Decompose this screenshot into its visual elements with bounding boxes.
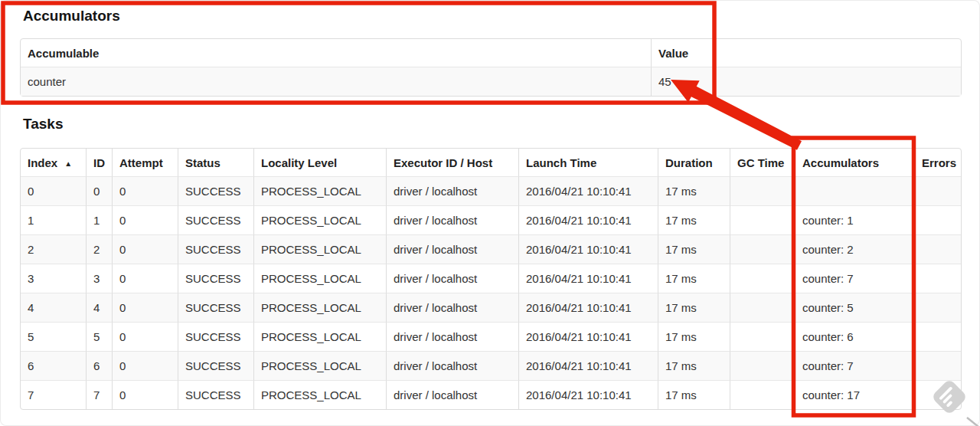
- table-cell: 2016/04/21 10:10:41: [518, 176, 658, 205]
- table-cell: 5: [86, 322, 112, 351]
- table-cell: 2016/04/21 10:10:41: [518, 264, 658, 293]
- table-cell: [914, 234, 961, 264]
- accumulators-section-title: Accumulators: [23, 8, 120, 25]
- table-cell: 7: [86, 380, 112, 409]
- table-cell: counter: 17: [795, 380, 914, 409]
- corner-artifact: [967, 418, 978, 426]
- task-column-header-locality-level[interactable]: Locality Level: [253, 149, 386, 176]
- task-row: 000SUCCESSPROCESS_LOCALdriver / localhos…: [21, 176, 961, 205]
- tasks-table-header-row: Index▲IDAttemptStatusLocality LevelExecu…: [21, 149, 961, 176]
- column-header-label: Attempt: [119, 156, 163, 169]
- table-cell: 2016/04/21 10:10:41: [518, 322, 658, 351]
- task-column-header-gc-time[interactable]: GC Time: [730, 149, 795, 176]
- spark-stage-page: { "colors": { "annotation_red": "#e8220c…: [0, 0, 980, 426]
- column-header-label: ID: [93, 156, 105, 169]
- table-cell: 2016/04/21 10:10:41: [518, 293, 658, 322]
- table-cell: counter: 7: [795, 351, 914, 380]
- table-cell: SUCCESS: [178, 293, 253, 322]
- table-cell: 2016/04/21 10:10:41: [518, 234, 658, 264]
- column-header-label: Accumulators: [802, 156, 879, 169]
- sort-ascending-icon: ▲: [64, 159, 72, 168]
- table-cell: 0: [112, 234, 178, 264]
- table-cell: counter: 2: [795, 234, 914, 264]
- table-cell: PROCESS_LOCAL: [253, 205, 386, 234]
- accumulable-row: counter45: [21, 67, 961, 96]
- table-cell: [914, 380, 961, 409]
- task-column-header-index[interactable]: Index▲: [21, 149, 86, 176]
- column-header-label: Status: [185, 156, 220, 169]
- table-cell: 3: [86, 264, 112, 293]
- table-cell: driver / localhost: [386, 205, 518, 234]
- table-cell: 4: [21, 293, 86, 322]
- column-header-label: GC Time: [737, 156, 784, 169]
- accumulators-table-header-row: AccumulableValue: [21, 39, 961, 67]
- column-header-label: Index: [28, 156, 57, 169]
- column-header-label: Duration: [665, 156, 713, 169]
- table-cell: 0: [86, 176, 112, 205]
- table-cell: 0: [112, 176, 178, 205]
- task-column-header-errors[interactable]: Errors: [914, 149, 961, 176]
- accumulable-column-header-value[interactable]: Value: [651, 39, 961, 67]
- table-cell: SUCCESS: [178, 322, 253, 351]
- table-cell: 0: [112, 322, 178, 351]
- table-cell: counter: 1: [795, 205, 914, 234]
- table-cell: 0: [21, 176, 86, 205]
- table-cell: 0: [112, 264, 178, 293]
- table-cell: SUCCESS: [178, 351, 253, 380]
- column-header-label: Errors: [922, 156, 956, 169]
- table-cell: 6: [86, 351, 112, 380]
- table-cell: 2016/04/21 10:10:41: [518, 351, 658, 380]
- table-cell: PROCESS_LOCAL: [253, 234, 386, 264]
- table-cell: 0: [112, 293, 178, 322]
- table-cell: driver / localhost: [386, 176, 518, 205]
- table-cell: PROCESS_LOCAL: [253, 322, 386, 351]
- table-cell: 0: [112, 380, 178, 409]
- task-column-header-id[interactable]: ID: [86, 149, 112, 176]
- table-cell: [914, 176, 961, 205]
- task-column-header-attempt[interactable]: Attempt: [112, 149, 178, 176]
- table-cell: SUCCESS: [178, 264, 253, 293]
- table-cell: counter: 6: [795, 322, 914, 351]
- table-cell: 2016/04/21 10:10:41: [518, 205, 658, 234]
- table-cell: driver / localhost: [386, 234, 518, 264]
- table-cell: driver / localhost: [386, 264, 518, 293]
- table-cell: PROCESS_LOCAL: [253, 293, 386, 322]
- task-row: 220SUCCESSPROCESS_LOCALdriver / localhos…: [21, 234, 961, 264]
- table-cell: 45: [651, 67, 961, 96]
- task-column-header-launch-time[interactable]: Launch Time: [518, 149, 658, 176]
- column-header-label: Locality Level: [261, 156, 337, 169]
- task-column-header-executor-id-host[interactable]: Executor ID / Host: [386, 149, 518, 176]
- task-column-header-duration[interactable]: Duration: [658, 149, 730, 176]
- table-cell: [730, 293, 795, 322]
- table-cell: SUCCESS: [178, 176, 253, 205]
- table-cell: [730, 380, 795, 409]
- table-cell: 7: [21, 380, 86, 409]
- table-cell: [730, 234, 795, 264]
- column-header-label: Executor ID / Host: [394, 156, 492, 169]
- task-row: 110SUCCESSPROCESS_LOCALdriver / localhos…: [21, 205, 961, 234]
- table-cell: PROCESS_LOCAL: [253, 264, 386, 293]
- accumulable-column-header-accumulable[interactable]: Accumulable: [21, 39, 651, 67]
- table-cell: [730, 322, 795, 351]
- task-column-header-status[interactable]: Status: [178, 149, 253, 176]
- task-column-header-accumulators[interactable]: Accumulators: [795, 149, 914, 176]
- table-cell: 5: [21, 322, 86, 351]
- column-header-label: Value: [658, 47, 688, 60]
- table-cell: 17 ms: [658, 351, 730, 380]
- table-cell: [914, 293, 961, 322]
- table-cell: SUCCESS: [178, 234, 253, 264]
- task-row: 550SUCCESSPROCESS_LOCALdriver / localhos…: [21, 322, 961, 351]
- table-cell: [914, 205, 961, 234]
- tasks-section-title: Tasks: [23, 116, 63, 133]
- table-cell: counter: [21, 67, 651, 96]
- table-cell: [730, 351, 795, 380]
- task-row: 440SUCCESSPROCESS_LOCALdriver / localhos…: [21, 293, 961, 322]
- table-cell: 0: [112, 205, 178, 234]
- table-cell: PROCESS_LOCAL: [253, 176, 386, 205]
- table-cell: PROCESS_LOCAL: [253, 351, 386, 380]
- table-cell: 3: [21, 264, 86, 293]
- table-cell: counter: 5: [795, 293, 914, 322]
- table-cell: 17 ms: [658, 234, 730, 264]
- table-cell: 2: [21, 234, 86, 264]
- table-cell: [795, 176, 914, 205]
